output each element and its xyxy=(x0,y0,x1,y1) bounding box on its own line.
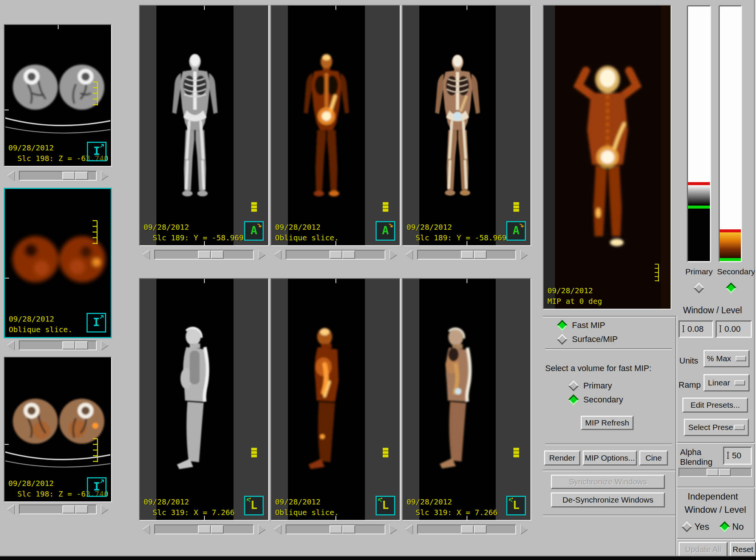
scroll-left-button[interactable] xyxy=(4,340,18,351)
coronal-ct-scrollbar[interactable] xyxy=(139,249,269,260)
sagittal-pet-scan[interactable] xyxy=(289,280,364,519)
mip-scan[interactable] xyxy=(555,6,660,308)
coronal-pet-panel[interactable]: 09/28/2012Oblique slice. A xyxy=(271,5,400,246)
radio-diamond-icon[interactable] xyxy=(557,334,567,345)
reset-button[interactable]: Reset xyxy=(730,542,756,557)
orientation-indicator[interactable]: I xyxy=(87,142,107,161)
units-dropdown[interactable]: % Max xyxy=(703,350,750,367)
scroll-left-button[interactable] xyxy=(4,170,18,181)
axial-ct-slice-scrollbar[interactable] xyxy=(4,170,112,181)
scrollbar-thumb[interactable] xyxy=(198,525,224,534)
scrollbar-trough[interactable] xyxy=(286,250,385,260)
orientation-indicator[interactable]: L xyxy=(244,496,264,515)
window-input[interactable]: I0.08 xyxy=(679,320,713,338)
radio-diamond-icon[interactable] xyxy=(719,521,730,532)
cine-button[interactable]: Cine xyxy=(639,450,668,466)
orientation-indicator[interactable]: L xyxy=(506,496,526,515)
radio-volume-primary[interactable]: Primary xyxy=(570,381,612,391)
alpha-blending-slider[interactable] xyxy=(679,468,752,477)
axial-ct-panel[interactable]: 09/28/2012 Slc 198: Z = -63.740 I xyxy=(4,24,112,167)
orientation-indicator[interactable]: L xyxy=(376,496,395,515)
colorbar-level-marker[interactable] xyxy=(688,206,710,209)
slider-thumb[interactable] xyxy=(707,469,731,476)
orientation-indicator[interactable]: A xyxy=(376,221,395,241)
scrollbar-trough[interactable] xyxy=(154,524,254,534)
scroll-left-button[interactable] xyxy=(271,249,285,260)
desynchronize-windows-button[interactable]: De-Synchronize Windows xyxy=(551,492,665,507)
scrollbar-trough[interactable] xyxy=(154,250,254,260)
coronal-fused-scrollbar[interactable] xyxy=(402,249,531,260)
scrollbar-thumb[interactable] xyxy=(62,172,88,180)
radio-volume-secondary[interactable]: Secondary xyxy=(570,395,623,405)
coronal-ct-scan[interactable] xyxy=(157,6,233,244)
render-button[interactable]: Render xyxy=(544,450,580,466)
scroll-right-button[interactable] xyxy=(386,249,400,260)
scroll-right-button[interactable] xyxy=(255,249,269,260)
sagittal-pet-scrollbar[interactable] xyxy=(271,524,400,535)
scroll-right-button[interactable] xyxy=(97,340,112,351)
radio-diamond-icon[interactable] xyxy=(557,320,567,331)
coronal-fused-panel[interactable]: 09/28/2012 Slc 189: Y = -58.969 A xyxy=(402,5,531,246)
coronal-fused-scan[interactable] xyxy=(420,6,495,244)
scrollbar-thumb[interactable] xyxy=(329,525,355,534)
radio-independent-no[interactable]: No xyxy=(721,521,744,532)
primary-select-radio[interactable] xyxy=(694,283,704,293)
scrollbar-trough[interactable] xyxy=(417,250,516,260)
orientation-indicator[interactable]: I xyxy=(87,313,106,333)
orientation-indicator[interactable]: I xyxy=(87,477,107,497)
scrollbar-trough[interactable] xyxy=(19,171,97,181)
scrollbar-thumb[interactable] xyxy=(62,341,88,350)
axial-pet-slice-scrollbar[interactable] xyxy=(4,340,112,351)
sagittal-ct-scrollbar[interactable] xyxy=(139,524,269,535)
mip-options-button[interactable]: MIP Options... xyxy=(583,450,637,466)
radio-diamond-icon[interactable] xyxy=(682,521,692,532)
radio-independent-yes[interactable]: Yes xyxy=(683,521,709,532)
axial-fused-slice-scrollbar[interactable] xyxy=(4,504,112,515)
scroll-right-button[interactable] xyxy=(97,504,112,515)
scroll-left-button[interactable] xyxy=(402,249,416,260)
scrollbar-thumb[interactable] xyxy=(329,251,355,259)
coronal-pet-scan[interactable] xyxy=(289,6,364,244)
synchronize-windows-button[interactable]: Synchronize Windows xyxy=(551,475,665,489)
axial-fused-panel[interactable]: 09/28/2012 Slc 198: Z = -63.740 I xyxy=(4,357,112,502)
scrollbar-trough[interactable] xyxy=(19,504,97,514)
scroll-left-button[interactable] xyxy=(271,524,285,535)
mip-refresh-button[interactable]: MIP Refresh xyxy=(581,416,634,430)
sagittal-ct-scan[interactable] xyxy=(157,280,233,519)
scrollbar-thumb[interactable] xyxy=(62,505,88,514)
scrollbar-trough[interactable] xyxy=(286,524,385,534)
colorbar-window-marker[interactable] xyxy=(688,182,710,185)
scroll-left-button[interactable] xyxy=(4,504,18,515)
coronal-pet-scrollbar[interactable] xyxy=(271,249,400,260)
radio-fast-mip[interactable]: Fast MIP xyxy=(558,320,605,330)
secondary-select-radio[interactable] xyxy=(726,283,736,293)
scrollbar-trough[interactable] xyxy=(19,340,97,350)
edit-presets-button[interactable]: Edit Presets... xyxy=(682,398,748,413)
secondary-colorbar[interactable] xyxy=(719,5,742,262)
update-all-button[interactable]: Update All xyxy=(679,542,728,557)
scroll-right-button[interactable] xyxy=(97,170,112,181)
scrollbar-thumb[interactable] xyxy=(461,251,487,259)
colorbar-level-marker[interactable] xyxy=(720,258,741,261)
sagittal-pet-panel[interactable]: 09/28/2012Oblique slice. L xyxy=(271,278,400,521)
radio-diamond-icon[interactable] xyxy=(568,394,579,405)
scrollbar-thumb[interactable] xyxy=(461,525,487,534)
scroll-right-button[interactable] xyxy=(517,524,531,535)
scroll-left-button[interactable] xyxy=(139,524,153,535)
axial-pet-panel[interactable]: 09/28/2012Oblique slice. I xyxy=(4,188,112,338)
orientation-indicator[interactable]: A xyxy=(244,221,264,241)
coronal-ct-panel[interactable]: 09/28/2012 Slc 189: Y = -58.969 A xyxy=(139,5,269,246)
scroll-left-button[interactable] xyxy=(402,524,416,535)
level-input[interactable]: I0.00 xyxy=(716,320,752,338)
primary-colorbar[interactable] xyxy=(687,5,711,262)
scroll-right-button[interactable] xyxy=(255,524,269,535)
sagittal-ct-panel[interactable]: 09/28/2012 Slc 319: X = 7.266 L xyxy=(139,278,269,521)
sagittal-fused-scan[interactable] xyxy=(420,280,495,519)
scrollbar-thumb[interactable] xyxy=(198,251,224,259)
sagittal-fused-scrollbar[interactable] xyxy=(402,524,531,535)
scroll-right-button[interactable] xyxy=(517,249,531,260)
scrollbar-trough[interactable] xyxy=(417,524,516,534)
scroll-left-button[interactable] xyxy=(139,249,153,260)
select-preset-dropdown[interactable]: Select Prese xyxy=(684,419,749,436)
sagittal-fused-panel[interactable]: 09/28/2012 Slc 319: X = 7.266 L xyxy=(402,278,531,521)
